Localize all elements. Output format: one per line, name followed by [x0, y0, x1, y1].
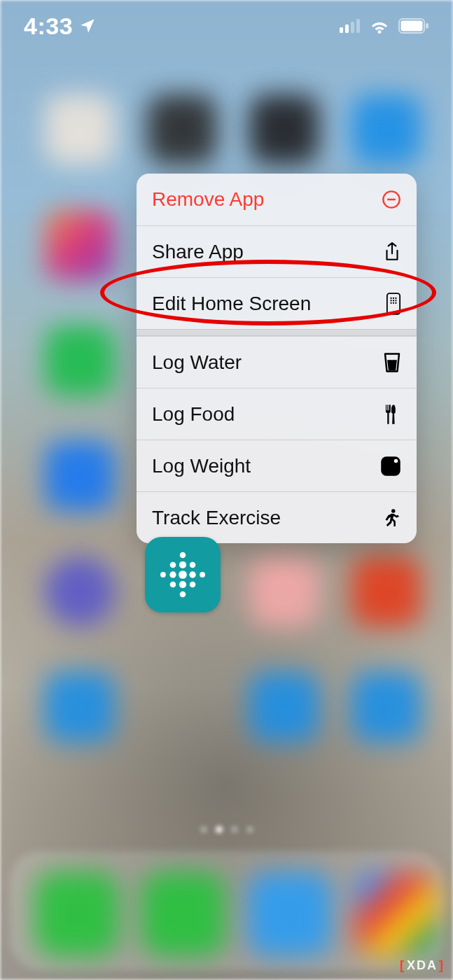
svg-point-28 [179, 570, 187, 579]
svg-point-23 [170, 562, 176, 568]
blurred-app [249, 556, 319, 626]
blurred-app [147, 94, 217, 164]
blurred-app [249, 94, 319, 164]
share-app-item[interactable]: Share App [137, 225, 417, 277]
fork-knife-icon [380, 404, 401, 425]
bracket-icon: [ [400, 958, 405, 973]
blurred-app [45, 210, 115, 280]
menu-label: Log Weight [152, 455, 251, 477]
bracket-icon: ] [439, 958, 445, 973]
blurred-dock-app [35, 872, 119, 956]
svg-point-16 [390, 302, 391, 303]
menu-label: Log Food [152, 403, 235, 426]
svg-point-11 [393, 297, 394, 298]
log-weight-item[interactable]: Log Weight [137, 440, 417, 491]
blurred-app [45, 556, 115, 626]
svg-point-31 [170, 582, 176, 588]
blurred-app [45, 672, 115, 742]
svg-point-21 [391, 509, 396, 513]
svg-point-32 [179, 581, 186, 588]
fitbit-app-icon[interactable] [145, 537, 221, 612]
remove-circle-icon [380, 190, 401, 209]
battery-icon [398, 18, 429, 34]
share-icon [380, 241, 401, 262]
svg-point-25 [190, 562, 196, 568]
svg-point-18 [395, 302, 396, 303]
cellular-signal-icon [340, 19, 361, 33]
page-indicator [200, 826, 253, 833]
svg-rect-19 [381, 456, 400, 476]
svg-point-24 [179, 561, 186, 568]
log-water-item[interactable]: Log Water [137, 336, 417, 388]
blurred-app [45, 441, 115, 511]
status-time: 4:33 [24, 13, 73, 40]
blurred-app [351, 94, 421, 164]
blurred-app [45, 326, 115, 396]
svg-point-26 [160, 572, 166, 578]
menu-label: Share App [152, 241, 244, 263]
svg-point-10 [390, 297, 391, 298]
running-icon [380, 507, 401, 528]
svg-point-33 [190, 582, 196, 588]
blurred-dock-app [141, 872, 225, 956]
menu-label: Track Exercise [152, 507, 281, 529]
watermark-text: XDA [407, 958, 438, 973]
track-exercise-item[interactable]: Track Exercise [137, 491, 417, 543]
svg-rect-0 [340, 27, 343, 33]
svg-point-20 [394, 458, 398, 463]
svg-point-15 [395, 300, 396, 301]
blurred-app [249, 672, 319, 742]
status-bar: 4:33 [0, 0, 453, 52]
water-glass-icon [380, 352, 401, 373]
blurred-dock-app [354, 872, 438, 956]
menu-label: Remove App [152, 188, 264, 211]
app-context-menu: Remove App Share App Edit Home Screen Lo… [137, 174, 417, 543]
svg-point-13 [390, 300, 391, 301]
svg-point-17 [393, 302, 394, 303]
scale-icon [380, 456, 401, 477]
svg-point-27 [169, 571, 176, 578]
svg-rect-1 [345, 24, 349, 33]
svg-point-22 [180, 552, 186, 559]
log-food-item[interactable]: Log Food [137, 388, 417, 440]
blurred-app [351, 672, 421, 742]
blurred-dock-app [248, 872, 332, 956]
blurred-app [351, 556, 421, 626]
svg-rect-6 [426, 23, 428, 29]
menu-separator [137, 329, 417, 336]
svg-point-29 [189, 571, 195, 578]
menu-label: Log Water [152, 351, 242, 374]
svg-point-14 [393, 300, 394, 301]
wifi-icon [369, 18, 390, 34]
blurred-app [45, 94, 115, 164]
edit-home-screen-item[interactable]: Edit Home Screen [137, 277, 417, 329]
remove-app-item[interactable]: Remove App [137, 174, 417, 225]
svg-rect-5 [401, 21, 423, 31]
svg-point-12 [395, 297, 396, 298]
apps-grid-icon [380, 293, 401, 315]
svg-point-34 [180, 592, 186, 598]
svg-point-30 [200, 572, 205, 578]
svg-rect-2 [351, 22, 354, 33]
xda-watermark: [XDA] [400, 958, 445, 973]
location-arrow-icon [78, 17, 97, 35]
svg-rect-3 [356, 19, 360, 33]
menu-label: Edit Home Screen [152, 293, 311, 315]
